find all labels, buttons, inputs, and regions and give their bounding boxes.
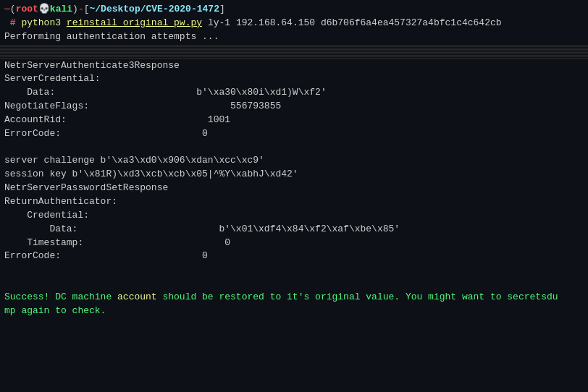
sep-1	[0, 45, 588, 46]
performing-line: Performing authentication attempts ...	[0, 30, 588, 44]
server-credential-line: ServerCredential:	[0, 72, 588, 86]
session-key-line: session key b'\x81R)\xd3\xcb\xcb\x05|^%Y…	[0, 168, 588, 182]
command-line: # python3 reinstall_original_pw.py ly-1 …	[0, 17, 588, 30]
success-line-1: Success! DC machine account should be re…	[0, 291, 588, 304]
sep-5	[0, 51, 588, 51]
timestamp-line: Timestamp: 0	[0, 237, 588, 250]
prompt-dash: ─	[4, 3, 10, 17]
sep-7	[0, 54, 588, 54]
success-text-account: account	[117, 291, 157, 304]
terminal-window: ─ ( root 💀 kali ) - [ ~/Desktop/CVE-2020…	[0, 0, 588, 392]
negotiate-flags-line: NegotiateFlags: 556793855	[0, 100, 588, 114]
sep-8	[0, 55, 588, 56]
sep-4	[0, 49, 588, 50]
prompt-line: ─ ( root 💀 kali ) - [ ~/Desktop/CVE-2020…	[0, 3, 588, 17]
success-text-1: Success! DC machine	[4, 291, 117, 304]
sep-2	[0, 46, 588, 47]
credential-line: Credential:	[0, 209, 588, 223]
data-line-2: Data: b'\x01\xdf4\x84\xf2\xaf\xbe\x85'	[0, 223, 588, 237]
prompt-root: root	[16, 3, 38, 17]
sep-10	[0, 58, 588, 59]
success-line-2: mp again to check.	[0, 304, 588, 318]
netr-password-response: NetrServerPasswordSetResponse	[0, 182, 588, 195]
cmd-interpreter: python3	[21, 17, 61, 30]
cmd-args: ly-1 192.168.64.150 d6b706f6a4ea457327a4…	[208, 17, 502, 30]
sep-6	[0, 52, 588, 53]
netr-auth-response: NetrServerAuthenticate3Response	[0, 59, 588, 73]
sep-3	[0, 48, 588, 48]
data-line-1: Data: b'\xa30\x80i\xd1)W\xf2'	[0, 86, 588, 100]
prompt-skull: 💀	[38, 3, 50, 17]
blank-line-3	[0, 277, 588, 291]
blank-line-1	[0, 141, 588, 155]
error-code-line-2: ErrorCode: 0	[0, 250, 588, 263]
error-code-line-1: ErrorCode: 0	[0, 127, 588, 141]
prompt-host: kali	[50, 3, 72, 17]
sep-9	[0, 56, 588, 57]
server-challenge-line: server challenge b'\xa3\xd0\x906\xdan\xc…	[0, 154, 588, 168]
success-text-2: mp again to check.	[4, 304, 106, 318]
prompt-path: ~/Desktop/CVE-2020-1472	[90, 3, 219, 17]
hash-symbol: #	[4, 17, 21, 30]
blank-line-2	[0, 263, 588, 277]
cmd-script: reinstall_original_pw.py	[67, 17, 202, 30]
return-authenticator-line: ReturnAuthenticator:	[0, 195, 588, 209]
account-rid-line: AccountRid: 1001	[0, 114, 588, 127]
